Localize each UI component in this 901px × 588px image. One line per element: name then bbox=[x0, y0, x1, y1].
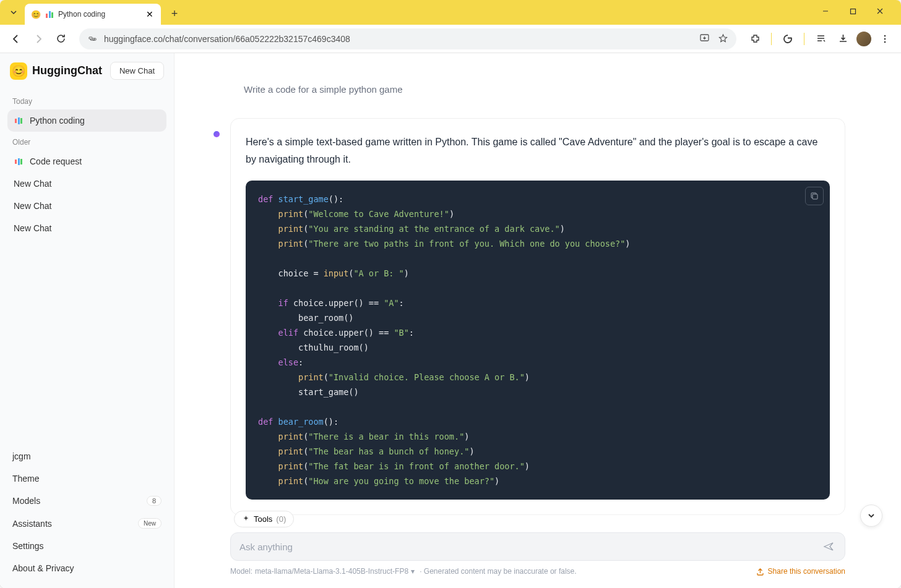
address-bar[interactable]: huggingface.co/chat/conversation/66a0522… bbox=[79, 28, 736, 49]
sidebar-item-new-chat[interactable]: New Chat bbox=[7, 217, 166, 239]
sidebar: 😊 HuggingChat New Chat Today Python codi… bbox=[0, 53, 175, 588]
svg-point-5 bbox=[884, 38, 886, 40]
sidebar-item-label: New Chat bbox=[14, 223, 51, 233]
browser-toolbar: huggingface.co/chat/conversation/66a0522… bbox=[0, 25, 901, 53]
new-tab-button[interactable]: + bbox=[166, 5, 183, 22]
chat-input-box[interactable] bbox=[230, 532, 845, 561]
reload-button[interactable] bbox=[52, 30, 69, 48]
sidebar-item-label: New Chat bbox=[14, 201, 51, 211]
scroll-down-button[interactable] bbox=[860, 505, 882, 527]
svg-rect-7 bbox=[813, 194, 817, 199]
close-window-button[interactable] bbox=[869, 2, 891, 20]
sidebar-item-new-chat[interactable]: New Chat bbox=[7, 173, 166, 195]
model-label: Model: bbox=[230, 567, 252, 576]
browser-menu-icon[interactable] bbox=[876, 30, 894, 48]
bookmark-star-icon[interactable] bbox=[717, 33, 729, 45]
bar-chart-icon bbox=[14, 116, 24, 126]
sidebar-item-label: New Chat bbox=[14, 179, 51, 189]
profile-avatar[interactable] bbox=[856, 32, 871, 46]
app-name: HuggingChat bbox=[32, 64, 102, 77]
svg-point-4 bbox=[884, 35, 886, 36]
browser-tab-bar: 😊 Python coding ✕ + bbox=[0, 0, 901, 25]
site-info-icon[interactable] bbox=[87, 33, 98, 45]
sidebar-models[interactable]: Models 8 bbox=[7, 490, 166, 512]
models-count-badge: 8 bbox=[147, 496, 162, 506]
tab-search-dropdown[interactable] bbox=[6, 5, 21, 20]
new-badge: New bbox=[138, 518, 162, 529]
forward-button[interactable] bbox=[30, 30, 47, 48]
sidebar-about[interactable]: About & Privacy bbox=[7, 557, 166, 579]
sidebar-theme[interactable]: Theme bbox=[7, 467, 166, 490]
back-button[interactable] bbox=[7, 30, 25, 48]
sidebar-section-today: Today bbox=[7, 93, 166, 109]
chevron-down-icon: ▾ bbox=[411, 567, 415, 576]
svg-rect-1 bbox=[89, 37, 92, 39]
app-logo[interactable]: 😊 HuggingChat bbox=[10, 62, 102, 80]
chat-input[interactable] bbox=[239, 542, 821, 552]
sidebar-item-new-chat[interactable]: New Chat bbox=[7, 195, 166, 217]
username: jcgm bbox=[12, 451, 31, 461]
assistant-text: Here's a simple text-based game written … bbox=[246, 134, 830, 168]
minimize-button[interactable] bbox=[814, 2, 837, 20]
disclaimer: · Generated content may be inaccurate or… bbox=[420, 567, 576, 576]
toolbar-divider bbox=[804, 33, 804, 45]
model-name[interactable]: meta-llama/Meta-Llama-3.1-405B-Instruct-… bbox=[255, 567, 408, 576]
share-icon bbox=[756, 568, 764, 576]
code-block: def start_game(): print("Welcome to Cave… bbox=[246, 181, 830, 500]
share-conversation-link[interactable]: Share this conversation bbox=[756, 567, 845, 576]
sidebar-assistants[interactable]: Assistants New bbox=[7, 512, 166, 535]
tab-close-button[interactable]: ✕ bbox=[145, 9, 155, 19]
sidebar-settings[interactable]: Settings bbox=[7, 535, 166, 557]
tools-button[interactable]: Tools (0) bbox=[234, 511, 294, 527]
sparkle-icon bbox=[242, 515, 250, 523]
tab-title: Python coding bbox=[58, 10, 105, 19]
browser-tab-active[interactable]: 😊 Python coding ✕ bbox=[25, 4, 161, 25]
sidebar-user[interactable]: jcgm bbox=[7, 445, 166, 467]
bar-chart-icon bbox=[14, 156, 24, 166]
bar-chart-icon bbox=[46, 11, 53, 18]
svg-rect-0 bbox=[850, 9, 855, 14]
new-chat-button[interactable]: New Chat bbox=[110, 62, 164, 80]
sidebar-item-code-request[interactable]: Code request bbox=[7, 150, 166, 173]
footer-info: Model: meta-llama/Meta-Llama-3.1-405B-In… bbox=[230, 567, 845, 576]
main-content: Write a code for a simple python game He… bbox=[175, 53, 901, 588]
google-icon[interactable] bbox=[779, 30, 796, 48]
url-text: huggingface.co/chat/conversation/66a0522… bbox=[104, 34, 692, 44]
user-message: Write a code for a simple python game bbox=[230, 84, 845, 95]
sidebar-item-label: Python coding bbox=[30, 116, 85, 126]
conversation-scroll[interactable]: Write a code for a simple python game He… bbox=[175, 53, 901, 588]
assistant-message: Here's a simple text-based game written … bbox=[230, 118, 845, 515]
downloads-icon[interactable] bbox=[834, 30, 851, 48]
install-app-icon[interactable] bbox=[698, 33, 710, 45]
maximize-button[interactable] bbox=[842, 2, 864, 20]
reading-list-icon[interactable] bbox=[812, 30, 829, 48]
sidebar-item-python-coding[interactable]: Python coding bbox=[7, 109, 166, 132]
send-button[interactable] bbox=[821, 539, 836, 554]
copy-code-button[interactable] bbox=[805, 187, 824, 205]
assistant-indicator-icon bbox=[213, 131, 220, 137]
extensions-icon[interactable] bbox=[746, 30, 764, 48]
logo-icon: 😊 bbox=[10, 62, 27, 80]
sidebar-item-label: Code request bbox=[30, 156, 82, 166]
svg-point-6 bbox=[884, 41, 886, 43]
toolbar-divider bbox=[771, 33, 772, 45]
tab-favicon: 😊 bbox=[31, 9, 41, 19]
sidebar-section-older: Older bbox=[7, 134, 166, 150]
